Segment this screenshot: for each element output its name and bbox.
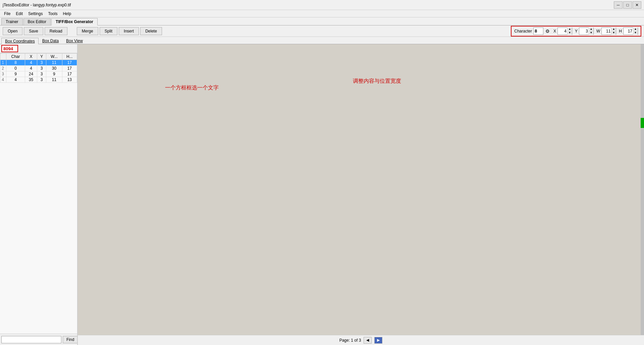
cell-w: 9 xyxy=(46,71,62,77)
sub-tab-box-coordinates[interactable]: Box Coordinates xyxy=(1,38,39,44)
cell-y: 3 xyxy=(37,77,46,83)
col-header-x: X xyxy=(25,54,37,60)
find-button[interactable]: Find xyxy=(63,336,78,343)
w-spin-down[interactable]: ▼ xyxy=(611,31,616,35)
scroll-thumb[interactable] xyxy=(641,118,644,128)
cell-y: 3 xyxy=(37,66,46,71)
search-input[interactable] xyxy=(1,336,61,343)
next-page-button[interactable]: ▶ xyxy=(374,337,382,344)
y-spin-buttons: ▲ ▼ xyxy=(589,27,593,35)
col-header-w: W... xyxy=(46,54,62,60)
col-header-h: H... xyxy=(62,54,77,60)
x-label: X xyxy=(553,29,556,33)
menu-help[interactable]: Help xyxy=(60,11,74,17)
chinese-label-adjust: 调整内容与位置宽度 xyxy=(353,78,401,85)
y-spinbox: ▲ ▼ xyxy=(579,27,594,35)
search-bar: Find xyxy=(0,334,77,345)
insert-button[interactable]: Insert xyxy=(119,27,139,35)
save-button[interactable]: Save xyxy=(24,27,43,35)
col-header-num xyxy=(0,54,6,60)
w-value[interactable] xyxy=(602,28,611,34)
x-spin-down[interactable]: ▼ xyxy=(568,31,572,35)
menu-edit[interactable]: Edit xyxy=(13,11,25,17)
tab-trainer[interactable]: Trainer xyxy=(1,18,23,25)
table-row[interactable]: 2 0 4 3 30 17 xyxy=(0,66,77,71)
col-header-char: Char xyxy=(6,54,25,60)
w-spinbox: ▲ ▼ xyxy=(601,27,616,35)
right-scrollbar[interactable] xyxy=(641,44,644,335)
x-spin-up[interactable]: ▲ xyxy=(568,27,572,31)
menu-tools[interactable]: Tools xyxy=(45,11,60,17)
h-spin-up[interactable]: ▲ xyxy=(633,27,638,31)
tab-box-editor[interactable]: Box Editor xyxy=(23,18,51,25)
h-spin-down[interactable]: ▼ xyxy=(633,31,638,35)
maximize-button[interactable]: □ xyxy=(623,1,632,9)
sub-tab-box-data[interactable]: Box Data xyxy=(39,38,62,44)
cell-x: 4 xyxy=(25,66,37,71)
cell-char: 4 xyxy=(6,77,25,83)
cell-w: 11 xyxy=(46,77,62,83)
left-panel: Char X Y W... H... 1 8 4 3 11 17 2 0 4 3… xyxy=(0,44,78,345)
reload-button[interactable]: Reload xyxy=(45,27,67,35)
cell-x: 24 xyxy=(25,71,37,77)
toolbar: Open Save Reload Merge Split Insert Dele… xyxy=(0,25,644,37)
box-number-display[interactable] xyxy=(1,45,18,52)
table-row[interactable]: 1 8 4 3 11 17 xyxy=(0,60,77,66)
char-input[interactable] xyxy=(533,27,543,35)
cell-y: 3 xyxy=(37,71,46,77)
x-spinbox: ▲ ▼ xyxy=(557,27,572,35)
h-value[interactable] xyxy=(624,28,633,34)
char-label: Character xyxy=(514,29,532,33)
right-panel: 一个方框框选一个文字 调整内容与位置宽度 Page: 1 of 3 ◀ ▶ xyxy=(78,44,644,345)
row-num: 4 xyxy=(0,77,6,83)
tab-tiff-box-generator[interactable]: TIFF/Box Generator xyxy=(51,18,98,25)
y-spin-up[interactable]: ▲ xyxy=(589,27,593,31)
cell-h: 17 xyxy=(62,60,77,66)
y-label: Y xyxy=(575,29,578,33)
row-num: 2 xyxy=(0,66,6,71)
sub-tab-box-view[interactable]: Box View xyxy=(62,38,87,44)
delete-button[interactable]: Delete xyxy=(140,27,162,35)
main-content: Char X Y W... H... 1 8 4 3 11 17 2 0 4 3… xyxy=(0,44,644,345)
chinese-label-box: 一个方框框选一个文字 xyxy=(165,84,219,91)
cell-char: 8 xyxy=(6,60,25,66)
w-spin-up[interactable]: ▲ xyxy=(611,27,616,31)
gear-icon[interactable]: ⚙ xyxy=(545,28,551,34)
cell-x: 35 xyxy=(25,77,37,83)
table-container: Char X Y W... H... 1 8 4 3 11 17 2 0 4 3… xyxy=(0,53,77,334)
cell-y: 3 xyxy=(37,60,46,66)
x-value[interactable] xyxy=(558,28,567,34)
cell-h: 17 xyxy=(62,71,77,77)
row-num: 1 xyxy=(0,60,6,66)
y-spin-down[interactable]: ▼ xyxy=(589,31,593,35)
sub-tab-bar: Box Coordinates Box Data Box View xyxy=(0,37,644,44)
h-label: H xyxy=(619,29,622,33)
main-tab-bar: Trainer Box Editor TIFF/Box Generator xyxy=(0,17,644,25)
table-row[interactable]: 4 4 35 3 11 13 xyxy=(0,77,77,83)
menu-bar: File Edit Settings Tools Help xyxy=(0,10,644,17)
w-label: W xyxy=(596,29,600,33)
w-spin-buttons: ▲ ▼ xyxy=(611,27,616,35)
minimize-button[interactable]: ─ xyxy=(614,1,623,9)
open-button[interactable]: Open xyxy=(3,27,22,35)
prev-page-button[interactable]: ◀ xyxy=(364,337,372,344)
cell-w: 11 xyxy=(46,60,62,66)
menu-file[interactable]: File xyxy=(1,11,13,17)
char-panel: Character ⚙ X ▲ ▼ Y ▲ ▼ W ▲ ▼ xyxy=(511,26,641,37)
cell-char: 0 xyxy=(6,66,25,71)
cell-char: 9 xyxy=(6,71,25,77)
menu-settings[interactable]: Settings xyxy=(25,11,45,17)
h-spinbox: ▲ ▼ xyxy=(623,27,638,35)
split-button[interactable]: Split xyxy=(100,27,117,35)
y-value[interactable] xyxy=(579,28,589,34)
close-button[interactable]: ✕ xyxy=(633,1,641,9)
page-label: Page: 1 of 3 xyxy=(339,338,361,343)
merge-button[interactable]: Merge xyxy=(77,27,98,35)
window-title: jTessBoxEditor - langyp.fontyp.exp0.tif xyxy=(3,3,71,7)
h-spin-buttons: ▲ ▼ xyxy=(633,27,638,35)
cell-h: 13 xyxy=(62,77,77,83)
table-row[interactable]: 3 9 24 3 9 17 xyxy=(0,71,77,77)
cell-h: 17 xyxy=(62,66,77,71)
box-coordinates-table: Char X Y W... H... 1 8 4 3 11 17 2 0 4 3… xyxy=(0,53,77,83)
x-spin-buttons: ▲ ▼ xyxy=(567,27,572,35)
